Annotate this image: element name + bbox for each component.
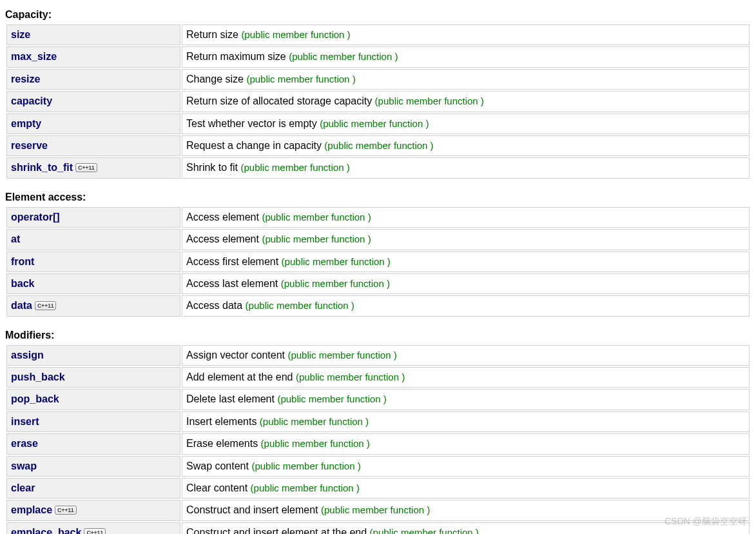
member-desc-cell: Erase elements (public member function ) [182,433,750,454]
table-row: reserveRequest a change in capacity (pub… [6,135,750,156]
member-name-cell: back [6,273,180,294]
public-member-function-label: (public member function ) [241,29,350,40]
table-row: capacityReturn size of allocated storage… [6,91,750,112]
member-desc-text: Shrink to fit [186,162,240,173]
public-member-function-label: (public member function ) [281,278,390,289]
member-desc-text: Access element [186,212,262,222]
member-desc-text: Construct and insert element at the end [186,527,370,534]
member-link[interactable]: clear [11,482,35,493]
public-member-function-label: (public member function ) [287,350,396,361]
public-member-function-label: (public member function ) [262,212,371,222]
member-link[interactable]: at [11,233,20,244]
table-row: clearClear content (public member functi… [6,478,750,499]
member-desc-cell: Construct and insert element at the end … [182,522,750,534]
member-name-cell: emplaceC++11 [6,500,180,520]
section-title: Modifiers: [5,330,751,341]
table-row: emptyTest whether vector is empty (publi… [6,114,750,134]
member-desc-text: Erase elements [186,438,261,449]
public-member-function-label: (public member function ) [262,233,371,244]
table-row: eraseErase elements (public member funct… [6,433,750,454]
table-row: operator[]Access element (public member … [6,207,750,228]
public-member-function-label: (public member function ) [251,460,360,471]
member-desc-cell: Access last element (public member funct… [182,273,750,294]
member-desc-text: Access data [186,300,246,311]
public-member-function-label: (public member function ) [251,482,360,493]
member-desc-cell: Test whether vector is empty (public mem… [182,114,750,134]
member-link[interactable]: shrink_to_fit [11,162,73,173]
member-link[interactable]: reserve [11,140,48,151]
member-link[interactable]: back [11,278,34,289]
member-link[interactable]: erase [11,438,38,449]
public-member-function-label: (public member function ) [260,416,369,427]
member-desc-text: Assign vector content [186,350,287,361]
member-link[interactable]: push_back [11,371,65,382]
member-name-cell: reserve [6,135,180,156]
table-row: atAccess element (public member function… [6,229,750,250]
member-desc-text: Delete last element [186,393,277,404]
member-desc-cell: Add element at the end (public member fu… [182,367,750,388]
public-member-function-label: (public member function ) [289,51,398,62]
member-link[interactable]: emplace_back [11,527,81,534]
member-link[interactable]: capacity [11,95,52,106]
member-link[interactable]: insert [11,416,39,427]
member-name-cell: emplace_backC++11 [6,522,180,534]
table-row: max_sizeReturn maximum size (public memb… [6,46,750,67]
member-link[interactable]: emplace [11,504,52,515]
member-desc-text: Access last element [186,278,281,289]
member-name-cell: shrink_to_fitC++11 [6,157,180,178]
table-row: emplace_backC++11Construct and insert el… [6,522,750,534]
member-link[interactable]: data [11,300,32,311]
member-link[interactable]: pop_back [11,393,59,404]
member-desc-cell: Access first element (public member func… [182,252,750,272]
member-link[interactable]: operator[] [11,212,60,222]
table-row: pop_backDelete last element (public memb… [6,389,750,410]
member-name-cell: max_size [6,46,180,67]
public-member-function-label: (public member function ) [282,256,391,267]
table-row: dataC++11Access data (public member func… [6,295,750,316]
member-desc-text: Change size [186,74,246,84]
table-row: resizeChange size (public member functio… [6,69,750,90]
public-member-function-label: (public member function ) [324,140,433,151]
member-desc-text: Add element at the end [186,371,296,382]
member-desc-cell: Access element (public member function ) [182,207,750,228]
member-desc-cell: Return size of allocated storage capacit… [182,91,750,112]
member-name-cell: clear [6,478,180,499]
table-row: push_backAdd element at the end (public … [6,367,750,388]
member-desc-text: Swap content [186,460,251,471]
member-desc-text: Return size [186,29,241,40]
member-desc-cell: Construct and insert element (public mem… [182,500,750,520]
member-link[interactable]: assign [11,350,44,361]
public-member-function-label: (public member function ) [320,118,429,129]
member-name-cell: resize [6,69,180,90]
member-name-cell: insert [6,411,180,432]
member-desc-cell: Return size (public member function ) [182,25,750,45]
member-link[interactable]: max_size [11,51,57,62]
member-desc-cell: Change size (public member function ) [182,69,750,90]
table-row: shrink_to_fitC++11Shrink to fit (public … [6,157,750,178]
section-title: Element access: [5,192,751,203]
member-link[interactable]: resize [11,74,40,84]
member-desc-cell: Delete last element (public member funct… [182,389,750,410]
member-table: assignAssign vector content (public memb… [5,344,751,534]
member-name-cell: erase [6,433,180,454]
public-member-function-label: (public member function ) [246,74,355,84]
member-link[interactable]: swap [11,460,37,471]
public-member-function-label: (public member function ) [375,95,484,106]
public-member-function-label: (public member function ) [321,504,430,515]
member-link[interactable]: empty [11,118,41,129]
member-desc-cell: Clear content (public member function ) [182,478,750,499]
member-name-cell: push_back [6,367,180,388]
member-name-cell: swap [6,456,180,477]
public-member-function-label: (public member function ) [370,527,479,534]
public-member-function-label: (public member function ) [246,300,354,311]
table-row: assignAssign vector content (public memb… [6,345,750,366]
member-link[interactable]: front [11,256,34,267]
section-title: Capacity: [5,9,751,21]
table-row: backAccess last element (public member f… [6,273,750,294]
member-link[interactable]: size [11,29,30,40]
member-desc-text: Request a change in capacity [186,140,324,151]
public-member-function-label: (public member function ) [296,371,405,382]
member-desc-text: Return size of allocated storage capacit… [186,95,375,106]
member-table: operator[]Access element (public member … [5,206,751,318]
member-name-cell: empty [6,114,180,134]
